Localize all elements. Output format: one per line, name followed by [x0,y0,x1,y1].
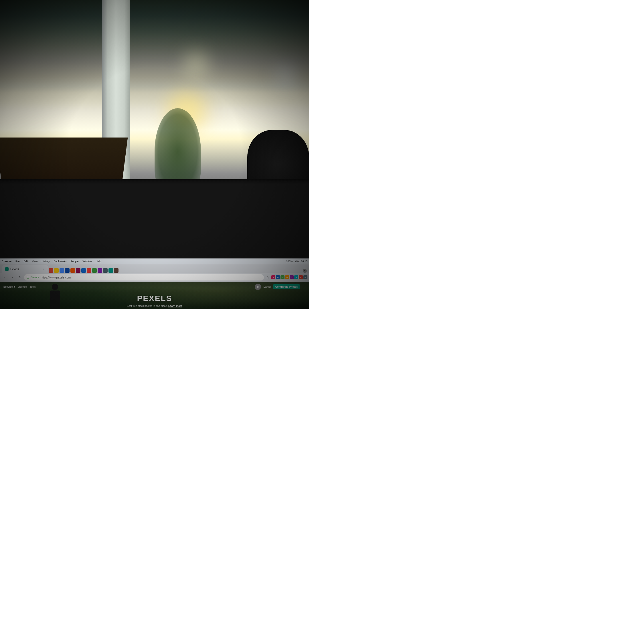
macos-menu-bar: Chrome File Edit View History Bookmarks … [0,258,309,264]
ext-purple-icon[interactable]: d [290,275,294,279]
ext-icon10 [108,268,113,273]
tools-nav-link[interactable]: Tools [30,285,36,288]
ext-icon8 [98,268,102,273]
user-avatar[interactable]: D [255,284,261,290]
ext-pinterest-icon[interactable]: P [271,275,275,279]
menu-file[interactable]: File [15,260,20,263]
menu-history[interactable]: History [42,260,50,263]
ext-blue-icon[interactable]: b [276,275,280,279]
ext-icon5 [81,268,86,273]
tab-bar: Pexels ✕ ✕ [0,264,309,273]
ext-gmail-icon [49,268,53,273]
close-window-button[interactable]: ✕ [303,269,307,273]
license-nav-link[interactable]: License [18,285,27,288]
nav-right: D Daniel Contribute Photos ... [255,284,306,290]
ext-icon3 [70,268,75,273]
browse-nav-item[interactable]: Browse ▾ [3,285,15,288]
tab-title: Pexels [10,268,19,271]
forward-button[interactable]: › [9,274,15,280]
address-bar-extensions: P b G o d S L M [271,275,307,279]
ext-grey-icon[interactable]: M [303,275,307,279]
bokeh-light-3 [272,62,301,90]
ext-orange-icon[interactable]: o [285,275,289,279]
refresh-button[interactable]: ↻ [17,274,23,280]
menu-help[interactable]: Help [96,260,101,263]
app-menu-chrome[interactable]: Chrome [2,260,11,263]
menu-view[interactable]: View [32,260,37,263]
ext-drive-icon [54,268,59,273]
ext-green-icon[interactable]: G [280,275,285,279]
monitor-bezel: Chrome File Edit View History Bookmarks … [0,179,309,309]
ext-cyan-icon[interactable]: S [294,275,298,279]
pexels-hero: PEXELS Best free stock photos in one pla… [0,292,309,309]
ext-icon4 [76,268,80,273]
tab-close-button[interactable]: ✕ [42,267,45,271]
ext-cal-icon [60,268,64,273]
website-content: Browse ▾ License Tools D Daniel Contribu… [0,282,309,309]
back-button[interactable]: ‹ [2,274,8,280]
more-options-button[interactable]: ... [302,285,306,289]
menu-edit[interactable]: Edit [24,260,28,263]
pexels-logo-text: PEXELS [137,294,172,303]
ext-red-icon[interactable]: L [299,275,303,279]
ext-icon6 [87,268,91,273]
contribute-photos-button[interactable]: Contribute Photos [273,284,300,289]
secure-label: Secure [31,276,39,279]
tab-favicon [5,267,9,271]
menu-window[interactable]: Window [82,260,92,263]
url-text: https://www.pexels.com [41,276,71,279]
ext-icon7 [92,268,97,273]
ext-icon9 [103,268,108,273]
address-bar-row: ‹ › ↻ Secure https://www.pexels.com ☆ P … [0,273,309,282]
tab-bar-icons [49,268,118,273]
menu-bar-right: 100% Wed 16:15 [286,260,307,263]
ext-icon11 [114,268,118,273]
user-name[interactable]: Daniel [263,285,271,288]
pexels-nav: Browse ▾ License Tools D Daniel Contribu… [0,282,309,292]
clock: Wed 16:15 [295,260,307,263]
menu-people[interactable]: People [70,260,78,263]
active-tab[interactable]: Pexels ✕ [2,265,48,273]
bokeh-light-2 [179,46,214,81]
pexels-subtitle: Best free stock photos in one place. Lea… [127,305,182,307]
learn-more-link[interactable]: Learn more [168,305,182,307]
address-field[interactable]: Secure https://www.pexels.com [24,274,264,280]
battery-status: 100% [286,260,293,263]
bookmark-star-icon[interactable]: ☆ [265,275,270,280]
browser-window: Chrome File Edit View History Bookmarks … [0,258,309,309]
menu-bookmarks[interactable]: Bookmarks [54,260,66,263]
secure-icon [27,276,29,279]
browse-chevron-icon: ▾ [14,285,15,288]
ext-cal2-icon [65,268,70,273]
